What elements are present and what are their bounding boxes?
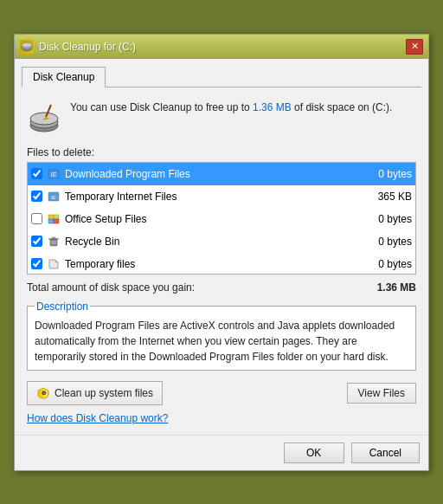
cleanup-label: Clean up system files [55, 387, 153, 399]
svg-rect-12 [48, 215, 54, 219]
info-text: You can use Disk Cleanup to free up to 1… [70, 100, 392, 115]
disk-cleanup-icon [27, 101, 61, 136]
file-icon-0: IE [47, 167, 61, 181]
file-size-1: 365 KB [371, 191, 412, 203]
description-group: Description Downloaded Program Files are… [27, 300, 416, 371]
file-icon-3 [47, 235, 61, 249]
files-label: Files to delete: [27, 146, 416, 158]
file-checkbox-4[interactable] [31, 258, 42, 269]
ok-button[interactable]: OK [284, 443, 344, 463]
table-row[interactable]: IE Downloaded Program Files 0 bytes [28, 163, 415, 185]
svg-text:IE: IE [51, 171, 57, 178]
table-row[interactable]: Office Setup Files 0 bytes [28, 208, 415, 230]
close-button[interactable]: ✕ [406, 39, 423, 55]
info-section: You can use Disk Cleanup to free up to 1… [27, 100, 416, 136]
svg-marker-23 [55, 260, 58, 262]
file-checkbox-2[interactable] [31, 213, 42, 224]
cleanup-system-files-button[interactable]: ⚙ Clean up system files [27, 381, 163, 405]
title-bar-content: Disk Cleanup for (C:) [20, 40, 136, 54]
app-icon [20, 40, 34, 54]
description-text: Downloaded Program Files are ActiveX con… [35, 320, 395, 363]
svg-text:IE: IE [51, 195, 56, 200]
tab-bar: Disk Cleanup [22, 66, 421, 87]
table-row[interactable]: Recycle Bin 0 bytes [28, 230, 415, 253]
file-size-2: 0 bytes [371, 213, 412, 225]
file-size-0: 0 bytes [371, 168, 412, 180]
total-label: Total amount of disk space you gain: [27, 281, 195, 294]
file-icon-4 [47, 257, 61, 271]
file-icon-1: IE [47, 190, 61, 204]
file-name-3: Recycle Bin [65, 236, 371, 248]
svg-rect-15 [54, 219, 59, 223]
file-checkbox-1[interactable] [31, 191, 42, 202]
file-checkbox-0[interactable] [31, 168, 42, 179]
file-size-4: 0 bytes [371, 258, 412, 270]
title-text: Disk Cleanup for (C:) [39, 41, 136, 53]
svg-rect-13 [54, 215, 59, 219]
action-button-row: ⚙ Clean up system files View Files [27, 381, 416, 405]
file-name-0: Downloaded Program Files [65, 168, 371, 180]
file-name-2: Office Setup Files [65, 213, 371, 225]
description-legend: Description [35, 300, 90, 313]
file-name-4: Temporary files [65, 258, 371, 270]
cancel-button[interactable]: Cancel [351, 443, 420, 463]
footer-buttons: OK Cancel [15, 435, 428, 470]
file-name-1: Temporary Internet Files [65, 191, 371, 203]
table-row[interactable]: Temporary files 0 bytes [28, 253, 415, 275]
title-bar: Disk Cleanup for (C:) ✕ [15, 35, 428, 59]
table-row[interactable]: IE Temporary Internet Files 365 KB [28, 185, 415, 208]
file-icon-2 [47, 212, 61, 226]
window-body: Disk Cleanup You can use [15, 59, 428, 435]
files-list[interactable]: IE Downloaded Program Files 0 bytes IE [27, 162, 416, 275]
tab-disk-cleanup[interactable]: Disk Cleanup [22, 67, 106, 87]
file-size-3: 0 bytes [371, 236, 412, 248]
help-link-row: How does Disk Cleanup work? [27, 412, 416, 424]
total-value: 1.36 MB [377, 281, 416, 294]
total-section: Total amount of disk space you gain: 1.3… [27, 281, 416, 294]
view-files-button[interactable]: View Files [347, 383, 416, 404]
svg-rect-18 [52, 237, 55, 239]
help-link[interactable]: How does Disk Cleanup work? [27, 412, 168, 424]
svg-rect-14 [48, 219, 54, 223]
file-checkbox-3[interactable] [31, 236, 42, 247]
disk-cleanup-window: Disk Cleanup for (C:) ✕ Disk Cleanup [14, 34, 429, 471]
size-accent: 1.36 MB [253, 101, 292, 113]
svg-point-2 [22, 42, 32, 48]
content-area: You can use Disk Cleanup to free up to 1… [22, 96, 421, 428]
shield-icon: ⚙ [36, 386, 50, 400]
